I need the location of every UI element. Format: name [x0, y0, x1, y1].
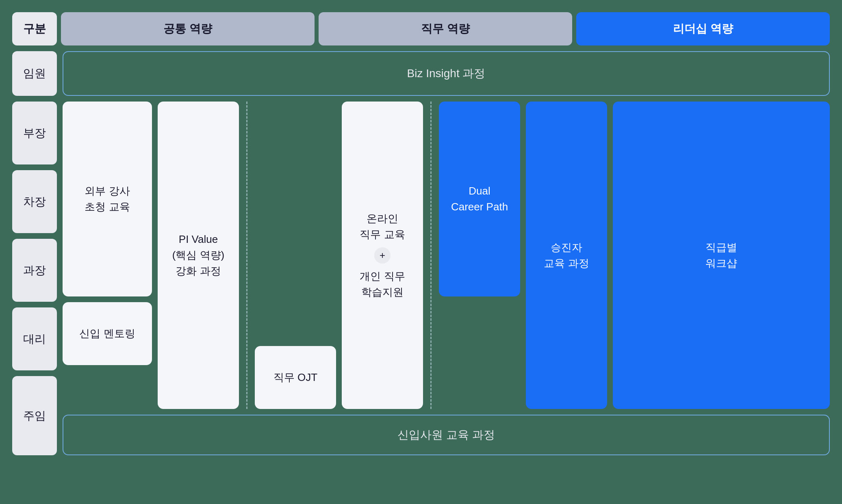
new-employee-card: 신입사원 교육 과정: [63, 415, 830, 455]
header-col1: 공통 역량: [61, 12, 315, 45]
label-chajang: 차장: [12, 170, 57, 233]
label-bujang: 부장: [12, 102, 57, 164]
middle-bottom-section: 외부 강사 초청 교육 신입 멘토링 PI Value (핵심 역량) 강화 과…: [63, 102, 830, 409]
common-column: 외부 강사 초청 교육 신입 멘토링: [63, 102, 152, 409]
label-daeri: 대리: [12, 307, 57, 370]
dual-career-card: Dual Career Path: [439, 102, 520, 296]
label-executive: 임원: [12, 51, 57, 96]
content-area: 임원 부장 차장 과장 대리 주임 Biz Insight 과정 외부 강사 초…: [12, 51, 830, 455]
mentoring-card: 신입 멘토링: [63, 302, 152, 365]
header-col3: 리더십 역량: [576, 12, 830, 45]
online-job-card: 온라인 직무 교육 + 개인 직무 학습지원: [342, 102, 423, 409]
online-job-column: 온라인 직무 교육 + 개인 직무 학습지원: [342, 102, 423, 409]
main-container: 구분 공통 역량 직무 역량 리더십 역량 임원 부장 차장 과장 대리 주임 …: [12, 12, 830, 455]
label-juim: 주임: [12, 376, 57, 455]
external-lecture-card: 외부 강사 초청 교육: [63, 102, 152, 296]
workshop-card: 직급별 워크샵: [613, 102, 830, 409]
promotion-card: 승진자 교육 과정: [526, 102, 607, 409]
biz-insight-card: Biz Insight 과정: [63, 51, 830, 96]
label-gwajiang: 과장: [12, 239, 57, 302]
job-ojt-column: 직무 OJT: [255, 102, 336, 409]
dashed-divider-1: [246, 102, 247, 409]
dual-career-column: Dual Career Path: [439, 102, 520, 409]
job-ojt-card: 직무 OJT: [255, 346, 336, 409]
pi-value-column: PI Value (핵심 역량) 강화 과정: [158, 102, 239, 409]
header-row: 구분 공통 역량 직무 역량 리더십 역량: [12, 12, 830, 45]
header-col0: 구분: [12, 12, 57, 45]
right-content: Biz Insight 과정 외부 강사 초청 교육 신입 멘토링 PI: [63, 51, 830, 455]
promotion-column: 승진자 교육 과정: [526, 102, 607, 409]
dashed-divider-2: [430, 102, 432, 409]
workshop-column: 직급별 워크샵: [613, 102, 830, 409]
plus-circle: +: [374, 247, 391, 264]
left-labels: 임원 부장 차장 과장 대리 주임: [12, 51, 57, 455]
header-col2: 직무 역량: [319, 12, 572, 45]
pi-value-card: PI Value (핵심 역량) 강화 과정: [158, 102, 239, 409]
